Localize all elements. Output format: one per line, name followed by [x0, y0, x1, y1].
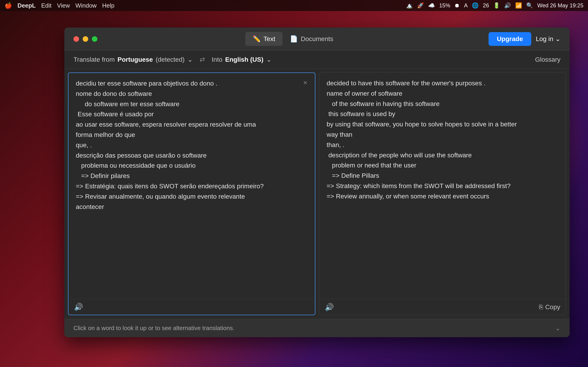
- target-language-selector[interactable]: Into English (US) ⌄: [212, 56, 271, 63]
- target-language-name: English (US): [225, 56, 263, 63]
- copy-icon: ⎘: [539, 303, 543, 311]
- apple-menu[interactable]: 🍎: [5, 2, 12, 9]
- source-language-name: Portuguese: [117, 56, 153, 63]
- translate-from-label: Translate from: [73, 56, 115, 63]
- into-label: Into: [212, 56, 223, 63]
- documents-tab-icon: 📄: [290, 35, 298, 43]
- maximize-button[interactable]: [92, 36, 97, 42]
- minimize-button[interactable]: [83, 36, 88, 42]
- glossary-button[interactable]: Glossary: [535, 56, 561, 63]
- hint-expand-icon[interactable]: ⌄: [555, 324, 561, 332]
- source-lang-chevron-icon: ⌄: [187, 56, 193, 63]
- source-language-selector[interactable]: Translate from Portuguese (detected) ⌄: [73, 56, 193, 63]
- search-icon[interactable]: 🔍: [526, 2, 533, 9]
- detected-label: (detected): [156, 56, 185, 63]
- source-text[interactable]: decidiu ter esse software para objetivos…: [69, 73, 315, 299]
- record-icon[interactable]: ⏺: [454, 2, 460, 9]
- source-panel: × decidiu ter esse software para objetiv…: [68, 73, 315, 315]
- help-menu[interactable]: Help: [102, 2, 114, 9]
- edit-menu[interactable]: Edit: [41, 2, 52, 9]
- target-speaker-button[interactable]: 🔊: [325, 303, 334, 311]
- text-tab-label: Text: [263, 35, 275, 43]
- rocket-icon[interactable]: 🚀: [417, 2, 424, 9]
- datetime-display: Wed 26 May 19:25: [537, 2, 583, 9]
- copy-button[interactable]: ⎘ Copy: [539, 303, 560, 311]
- menubar: 🍎 DeepL Edit View Window Help 🏔️ 🚀 ☁️ 15…: [0, 0, 588, 11]
- view-menu[interactable]: View: [57, 2, 70, 9]
- title-bar: ✏️ Text 📄 Documents Upgrade Log in ⌄: [64, 27, 570, 50]
- target-panel-footer: 🔊 ⎘ Copy: [319, 299, 566, 315]
- login-label: Log in: [536, 35, 553, 43]
- tab-documents[interactable]: 📄 Documents: [283, 32, 341, 46]
- volume-icon[interactable]: 🔊: [504, 2, 511, 9]
- app-window: ✏️ Text 📄 Documents Upgrade Log in ⌄ Tra…: [64, 27, 570, 337]
- translation-area: × decidiu ter esse software para objetiv…: [64, 69, 570, 319]
- language-bar: Translate from Portuguese (detected) ⌄ ⇄…: [64, 50, 570, 69]
- wifi-icon: 📶: [515, 2, 522, 9]
- app-name-menu[interactable]: DeepL: [17, 2, 36, 9]
- battery-status: 15%: [439, 2, 450, 9]
- cloud-icon[interactable]: ☁️: [428, 2, 435, 9]
- login-button[interactable]: Log in ⌄: [536, 35, 561, 43]
- chevron-down-icon: ⌄: [555, 35, 561, 43]
- clear-source-button[interactable]: ×: [300, 77, 310, 88]
- font-icon[interactable]: A: [464, 2, 468, 9]
- target-panel: decided to have this software for the ow…: [319, 73, 566, 315]
- traffic-lights: [73, 36, 97, 42]
- source-panel-footer: 🔊: [69, 299, 315, 315]
- umbrella-icon[interactable]: 🏔️: [406, 2, 413, 9]
- tab-text[interactable]: ✏️ Text: [245, 32, 283, 46]
- upgrade-button[interactable]: Upgrade: [489, 32, 531, 46]
- hint-text: Click on a word to look it up or to see …: [73, 325, 555, 332]
- battery-icon: 🔋: [493, 2, 500, 9]
- window-menu[interactable]: Window: [75, 2, 96, 9]
- target-lang-chevron-icon: ⌄: [266, 56, 271, 63]
- documents-tab-label: Documents: [301, 35, 333, 43]
- globe-icon[interactable]: 🌐: [472, 2, 479, 9]
- swap-languages-button[interactable]: ⇄: [199, 56, 205, 63]
- source-speaker-button[interactable]: 🔊: [74, 302, 83, 311]
- close-button[interactable]: [73, 36, 79, 42]
- target-text: decided to have this software for the ow…: [319, 73, 566, 299]
- copy-label: Copy: [545, 303, 560, 311]
- hint-bar: Click on a word to look it up or to see …: [64, 319, 570, 337]
- number-badge: 26: [483, 2, 489, 9]
- text-tab-icon: ✏️: [253, 35, 261, 43]
